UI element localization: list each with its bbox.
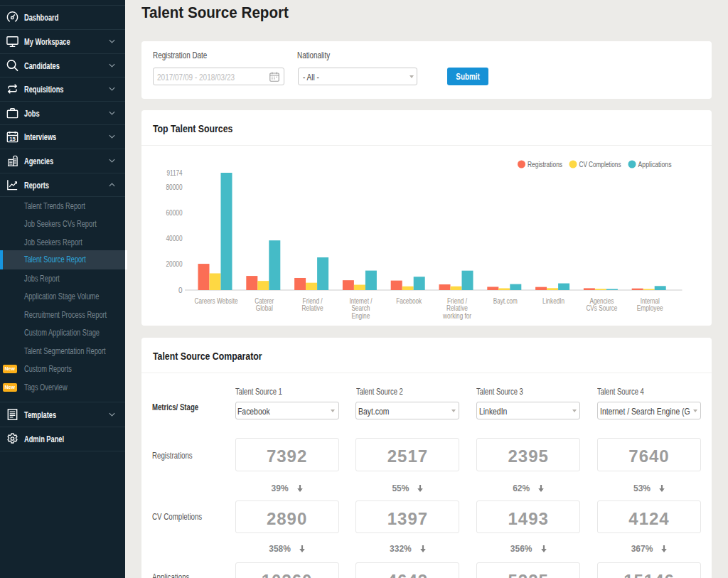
svg-text:Employee: Employee bbox=[637, 304, 663, 312]
svg-text:Bayt.com: Bayt.com bbox=[493, 297, 518, 305]
svg-text:Applications: Applications bbox=[638, 160, 672, 168]
svg-text:91174: 91174 bbox=[167, 169, 183, 177]
svg-text:0: 0 bbox=[178, 287, 183, 294]
svg-text:20000: 20000 bbox=[166, 260, 183, 268]
svg-text:Relative: Relative bbox=[446, 304, 468, 312]
svg-text:Agencies: Agencies bbox=[589, 297, 614, 305]
svg-text:Search: Search bbox=[351, 304, 370, 312]
svg-text:Engine: Engine bbox=[351, 312, 370, 320]
svg-text:Relative: Relative bbox=[302, 304, 323, 312]
svg-text:Facebook: Facebook bbox=[396, 297, 422, 305]
svg-text:CV Completions: CV Completions bbox=[579, 160, 621, 168]
svg-text:15: 15 bbox=[9, 136, 16, 142]
svg-text:Internet /: Internet / bbox=[349, 297, 372, 305]
svg-text:Caterer: Caterer bbox=[255, 297, 274, 305]
svg-text:Friend /: Friend / bbox=[303, 297, 323, 305]
svg-text:working for: working for bbox=[442, 312, 471, 320]
svg-text:Careers Website: Careers Website bbox=[195, 297, 238, 305]
svg-text:80000: 80000 bbox=[166, 183, 183, 191]
svg-text:40000: 40000 bbox=[166, 235, 183, 242]
svg-text:Registrations: Registrations bbox=[528, 160, 562, 168]
svg-text:60000: 60000 bbox=[166, 209, 183, 217]
svg-text:Internal: Internal bbox=[641, 297, 660, 305]
svg-text:Friend /: Friend / bbox=[447, 297, 467, 305]
svg-text:Global: Global bbox=[256, 304, 273, 312]
svg-text:LinkedIn: LinkedIn bbox=[542, 297, 564, 305]
svg-text:CVs Source: CVs Source bbox=[586, 304, 617, 312]
